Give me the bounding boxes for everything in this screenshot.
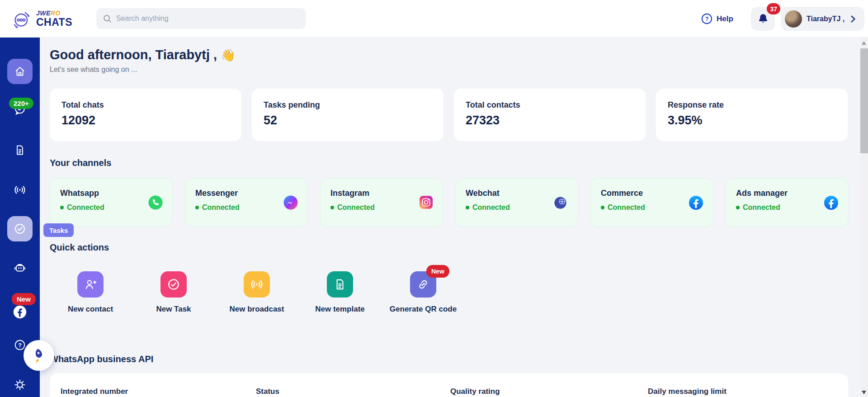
stat-value: 27323 bbox=[466, 113, 634, 128]
sidebar-item-templates[interactable] bbox=[0, 144, 40, 156]
help-label: Help bbox=[717, 14, 733, 24]
home-icon bbox=[14, 65, 26, 78]
page-subtitle: Let's see whats going on ... bbox=[50, 66, 137, 74]
stat-card-response-rate: Response rate 3.95% bbox=[656, 89, 848, 141]
sidebar-item-tasks[interactable] bbox=[7, 216, 33, 241]
stat-value: 52 bbox=[264, 113, 432, 128]
status-dot bbox=[60, 206, 64, 209]
status-dot bbox=[601, 206, 604, 209]
sidebar-item-settings[interactable] bbox=[0, 378, 40, 391]
scroll-down-arrow[interactable] bbox=[862, 391, 866, 394]
document-icon bbox=[333, 278, 347, 291]
avatar bbox=[785, 10, 802, 28]
gear-icon bbox=[14, 378, 26, 391]
channel-name: Messenger bbox=[195, 189, 297, 198]
user-menu[interactable]: TiarabyTJ , bbox=[781, 7, 864, 31]
check-circle-icon bbox=[13, 222, 27, 236]
whatsapp-api-section-title: WhatsApp business API bbox=[50, 354, 153, 364]
brand-name-top: JWERO bbox=[36, 10, 72, 16]
main-content: Good afternoon, Tiarabytj , 👋 Let's see … bbox=[40, 38, 860, 397]
user-name: TiarabyTJ , bbox=[807, 15, 844, 23]
whatsapp-api-table: Integrated number Status Quality rating … bbox=[50, 373, 848, 397]
link-icon bbox=[416, 278, 430, 291]
facebook-icon bbox=[823, 195, 839, 211]
status-dot bbox=[330, 206, 334, 209]
broadcast-icon bbox=[250, 277, 264, 292]
help-circle-icon: ? bbox=[701, 13, 712, 24]
document-icon bbox=[14, 144, 26, 156]
facebook-new-badge: New bbox=[12, 293, 36, 305]
stat-label: Total contacts bbox=[466, 100, 634, 110]
stats-row: Total chats 12092 Tasks pending 52 Total… bbox=[50, 89, 848, 141]
column-header-quality-rating: Quality rating bbox=[450, 387, 500, 396]
instagram-icon bbox=[419, 195, 434, 210]
channel-card-whatsapp[interactable]: Whatsapp Connected bbox=[50, 178, 173, 227]
launcher-fab[interactable] bbox=[24, 340, 54, 371]
status-dot bbox=[466, 206, 469, 209]
notification-count-badge: 37 bbox=[767, 3, 780, 14]
channel-card-commerce[interactable]: Commerce Connected bbox=[590, 178, 713, 227]
quick-action-new-broadcast[interactable]: New broadcast bbox=[215, 269, 298, 314]
facebook-icon bbox=[12, 304, 28, 320]
column-header-status: Status bbox=[256, 387, 279, 396]
chats-count-badge: 220+ bbox=[9, 98, 33, 109]
app-root: JWERO CHATS ? Help bbox=[0, 0, 868, 397]
stat-card-total-contacts: Total contacts 27323 bbox=[454, 89, 646, 141]
svg-text:?: ? bbox=[18, 342, 22, 349]
check-circle-icon bbox=[166, 277, 181, 292]
brand-name-bottom: CHATS bbox=[36, 17, 72, 28]
search-icon bbox=[103, 14, 112, 23]
column-header-integrated-number: Integrated number bbox=[61, 387, 128, 396]
sidebar-item-facebook[interactable] bbox=[0, 304, 40, 320]
status-dot bbox=[736, 206, 740, 209]
quick-action-label: New broadcast bbox=[230, 305, 284, 314]
quick-action-label: Generate QR code bbox=[390, 305, 457, 314]
bell-icon bbox=[757, 13, 769, 25]
vertical-scrollbar[interactable] bbox=[860, 38, 868, 397]
svg-text:?: ? bbox=[705, 16, 709, 22]
quick-actions-section-title: Quick actions bbox=[50, 242, 109, 253]
quick-action-new-task[interactable]: New Task bbox=[132, 269, 215, 314]
sidebar-item-home[interactable] bbox=[7, 59, 33, 84]
quick-action-new-contact[interactable]: New contact bbox=[49, 269, 132, 314]
messenger-icon bbox=[283, 195, 298, 210]
status-dot bbox=[195, 206, 199, 209]
scrollbar-thumb[interactable] bbox=[860, 48, 868, 153]
wave-emoji: 👋 bbox=[221, 48, 235, 62]
quick-action-new-template[interactable]: New template bbox=[298, 269, 382, 314]
stat-card-total-chats: Total chats 12092 bbox=[50, 89, 241, 141]
search-input[interactable] bbox=[116, 14, 299, 23]
stat-label: Tasks pending bbox=[264, 100, 432, 110]
stat-value: 12092 bbox=[61, 113, 230, 128]
help-button[interactable]: ? Help bbox=[701, 0, 733, 38]
channel-status: Connected bbox=[60, 203, 162, 212]
qr-new-badge: New bbox=[426, 265, 449, 278]
notifications-button[interactable]: 37 bbox=[751, 7, 775, 31]
quick-action-label: New contact bbox=[68, 305, 113, 314]
sidebar-item-broadcast[interactable] bbox=[0, 183, 40, 197]
channel-card-instagram[interactable]: Instagram Connected bbox=[320, 178, 443, 227]
broadcast-icon bbox=[13, 183, 27, 197]
channel-card-messenger[interactable]: Messenger Connected bbox=[185, 178, 308, 227]
facebook-icon bbox=[688, 195, 704, 211]
channel-card-ads-manager[interactable]: Ads manager Connected bbox=[726, 178, 849, 227]
page-title: Good afternoon, Tiarabytj , 👋 bbox=[50, 47, 236, 62]
rocket-icon bbox=[30, 347, 47, 364]
quick-action-generate-qr[interactable]: New Generate QR code bbox=[382, 269, 465, 314]
scroll-up-arrow[interactable] bbox=[862, 41, 866, 45]
whatsapp-icon bbox=[148, 195, 163, 210]
channel-name: Instagram bbox=[330, 189, 433, 198]
channel-status: Connected bbox=[195, 203, 297, 212]
column-header-daily-limit: Daily messaging limit bbox=[648, 387, 726, 396]
stat-value: 3.95% bbox=[668, 113, 836, 128]
brand-logo: JWERO CHATS bbox=[11, 0, 72, 38]
chat-bubble-logo-icon bbox=[11, 9, 33, 29]
channel-name: Whatsapp bbox=[60, 189, 162, 198]
sidebar-item-bots[interactable] bbox=[0, 261, 40, 275]
channels-section-title: Your channels bbox=[50, 158, 111, 168]
channels-row: Whatsapp Connected Messenger Connected bbox=[50, 178, 849, 227]
channel-card-webchat[interactable]: Webchat Connected bbox=[455, 178, 578, 227]
stat-label: Response rate bbox=[668, 100, 836, 110]
person-plus-icon bbox=[84, 278, 97, 291]
global-search[interactable] bbox=[96, 8, 306, 29]
